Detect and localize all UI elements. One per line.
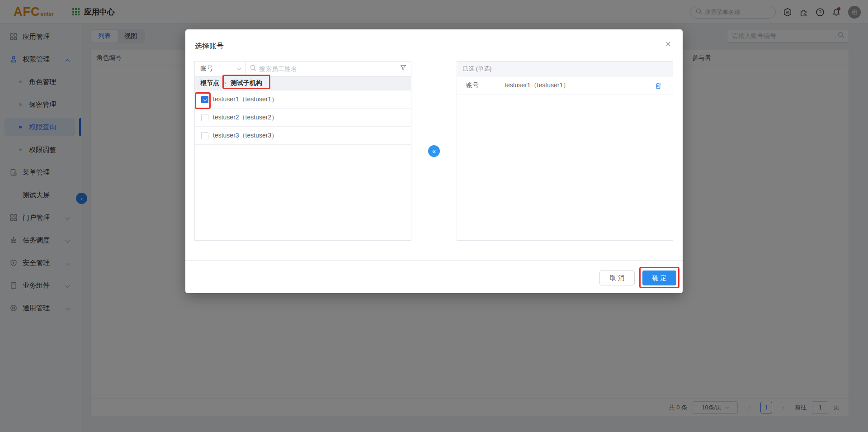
select-account-dialog: 选择账号 × 账号 根节点 > — [185, 29, 683, 293]
selected-row-key: 账号 — [466, 81, 479, 90]
breadcrumb-org-node[interactable]: 测试子机构 — [231, 79, 262, 87]
checkbox-checked[interactable] — [201, 96, 208, 103]
search-icon — [250, 65, 256, 73]
confirm-button[interactable]: 确 定 — [642, 271, 676, 285]
footer-divider — [185, 260, 683, 261]
checkbox-unchecked[interactable] — [201, 114, 208, 121]
application-window: AFC enter 应用中心 AI — [0, 0, 868, 432]
selected-row: 账号 testuser1（testuser1） — [457, 76, 673, 95]
chevron-down-icon — [237, 66, 241, 70]
close-icon[interactable]: × — [663, 38, 674, 49]
selected-panel: 已选 (单选) 账号 testuser1（testuser1） — [457, 61, 673, 241]
checkbox-unchecked[interactable] — [201, 132, 208, 139]
selected-row-value: testuser1（testuser1） — [505, 81, 569, 90]
employee-search-box[interactable] — [245, 62, 411, 76]
account-option-row[interactable]: testuser2（testuser2） — [195, 109, 411, 127]
breadcrumb-separator: > — [223, 80, 226, 86]
transfer-left-button[interactable]: « — [428, 145, 440, 157]
filter-icon[interactable] — [400, 65, 406, 73]
account-option-row[interactable]: testuser3（testuser3） — [195, 127, 411, 145]
dialog-title: 选择账号 — [195, 42, 224, 51]
type-select[interactable]: 账号 — [195, 62, 245, 76]
org-breadcrumb: 根节点 > 测试子机构 — [195, 76, 411, 90]
account-picker-panel: 账号 根节点 > 测试子机构 — [194, 61, 411, 241]
trash-icon[interactable] — [655, 82, 662, 89]
picker-filter-row: 账号 — [195, 62, 411, 76]
cancel-button[interactable]: 取 消 — [599, 271, 635, 285]
account-option-row[interactable]: testuser1（testuser1） — [195, 90, 411, 109]
selected-panel-header: 已选 (单选) — [457, 62, 673, 76]
employee-search-input[interactable] — [259, 65, 397, 72]
breadcrumb-root[interactable]: 根节点 — [200, 79, 219, 87]
